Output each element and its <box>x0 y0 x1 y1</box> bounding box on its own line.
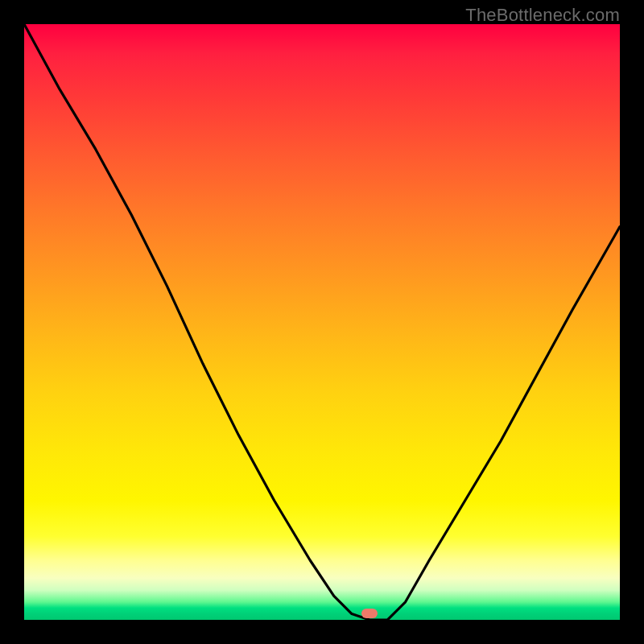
optimal-marker <box>361 609 378 618</box>
plot-area <box>24 24 620 620</box>
watermark-text: TheBottleneck.com <box>465 5 620 26</box>
bottleneck-curve <box>24 24 620 620</box>
chart-frame: TheBottleneck.com <box>0 0 644 644</box>
